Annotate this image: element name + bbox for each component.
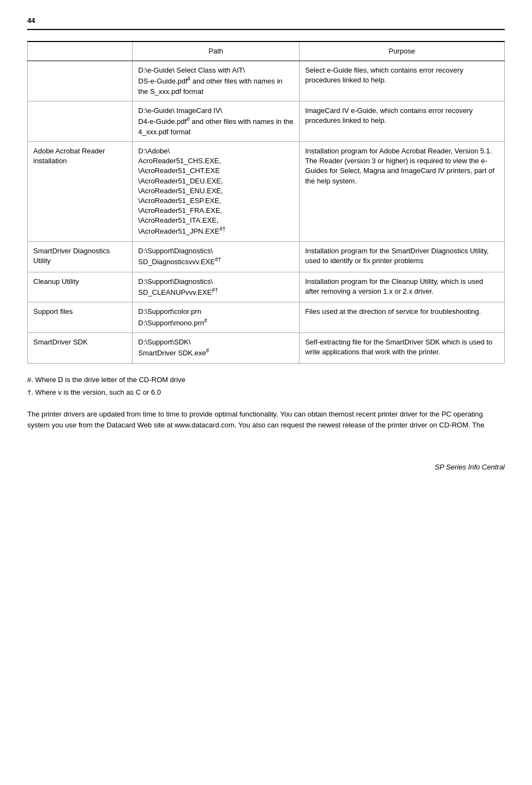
cell-purpose: ImageCard IV e-Guide, which contains err…: [300, 102, 505, 142]
table-row: D:\e-Guide\ ImageCard IV\D4-e-Guide.pdf#…: [28, 102, 505, 142]
cell-name: SmartDriver Diagnostics Utility: [28, 241, 133, 272]
body-text: The printer drivers are updated from tim…: [27, 409, 505, 430]
cell-path: D:\Adobe\AcroReader51_CHS.EXE,\AcroReade…: [133, 141, 300, 241]
page-number: 44: [27, 16, 505, 30]
table-row: D:\e-Guide\ Select Class with AIT\DS-e-G…: [28, 61, 505, 102]
col-header-purpose: Purpose: [300, 41, 505, 61]
table-row: Support filesD:\Support\color.prnD:\Supp…: [28, 302, 505, 333]
cell-path: D:\Support\Diagnostics\SD_Diagnosticsvvv…: [133, 241, 300, 272]
cell-path: D:\Support\color.prnD:\Support\mono.prn#: [133, 302, 300, 333]
col-header-path: Path: [133, 41, 300, 61]
cell-name: SmartDriver SDK: [28, 333, 133, 364]
cell-name: [28, 61, 133, 102]
cell-name: Adobe Acrobat Reader installation: [28, 141, 133, 241]
col-header-name: [28, 41, 133, 61]
cell-purpose: Self-extracting file for the SmartDriver…: [300, 333, 505, 364]
cell-path: D:\Support\SDK\SmartDriver SDK.exe#: [133, 333, 300, 364]
cell-purpose: Installation program for Adobe Acrobat R…: [300, 141, 505, 241]
cell-path: D:\e-Guide\ ImageCard IV\D4-e-Guide.pdf#…: [133, 102, 300, 142]
cell-purpose: Installation program for the SmartDriver…: [300, 241, 505, 272]
page-footer: SP Series Info Central: [27, 463, 505, 471]
cell-path: D:\Support\Diagnostics\SD_CLEANUPvvv.EXE…: [133, 272, 300, 302]
cell-name: Cleanup Utility: [28, 272, 133, 302]
table-row: SmartDriver SDKD:\Support\SDK\SmartDrive…: [28, 333, 505, 364]
cell-purpose: Installation program for the Cleanup Uti…: [300, 272, 505, 302]
footnote-hash: #. Where D is the drive letter of the CD…: [27, 374, 505, 386]
cell-name: [28, 102, 133, 142]
footnotes: #. Where D is the drive letter of the CD…: [27, 374, 505, 399]
cell-path: D:\e-Guide\ Select Class with AIT\DS-e-G…: [133, 61, 300, 102]
table-row: Cleanup UtilityD:\Support\Diagnostics\SD…: [28, 272, 505, 302]
cell-purpose: Files used at the direction of service f…: [300, 302, 505, 333]
table-row: SmartDriver Diagnostics UtilityD:\Suppor…: [28, 241, 505, 272]
main-table: Path Purpose D:\e-Guide\ Select Class wi…: [27, 41, 505, 364]
table-row: Adobe Acrobat Reader installationD:\Adob…: [28, 141, 505, 241]
footnote-dagger: †. Where v is the version, such as C or …: [27, 387, 505, 399]
cell-name: Support files: [28, 302, 133, 333]
cell-purpose: Select e-Guide files, which contains err…: [300, 61, 505, 102]
